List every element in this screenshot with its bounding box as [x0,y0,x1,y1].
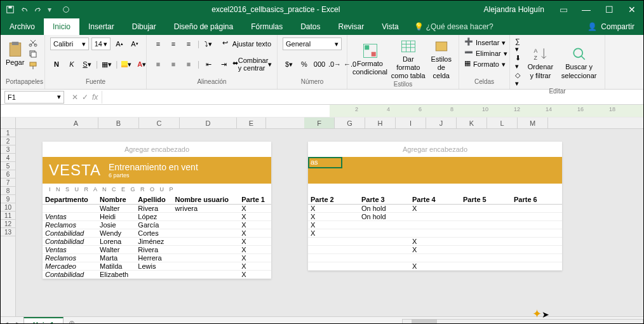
redo-icon[interactable] [34,5,43,14]
select-all-corner[interactable] [1,118,16,128]
selected-cell[interactable]: as [308,157,342,168]
col-A[interactable]: A [54,118,98,128]
sheet-nav-prev[interactable]: ◂ [1,319,12,325]
tab-home[interactable]: Inicio [44,18,79,35]
percent-icon[interactable]: % [298,58,311,71]
number-format-combo[interactable]: General▾ [283,37,342,50]
sheet-nav-next[interactable]: ▸ [12,319,23,325]
wrap-text-button[interactable]: ↩Ajustar texto [222,37,272,50]
col-H[interactable]: H [365,118,396,128]
bold-button[interactable]: N [50,58,63,71]
align-middle-icon[interactable]: ≡ [167,37,180,50]
data-table-left[interactable]: DepartmentoNombreApellidoNombre usuarioP… [43,195,271,279]
orientation-icon[interactable]: ⤵▾ [202,37,215,50]
row-9[interactable]: 9 [1,195,15,203]
indent-increase-icon[interactable]: ⇥ [217,58,230,71]
col-D[interactable]: D [180,118,237,128]
delete-cells-button[interactable]: ➖Eliminar▾ [464,48,504,58]
cancel-formula-icon[interactable]: ✕ [72,93,78,102]
fill-button[interactable]: ⬇ ▾ [515,54,523,71]
tab-insert[interactable]: Insertar [79,18,123,35]
enter-formula-icon[interactable]: ✓ [82,93,88,102]
fill-color-button[interactable]: ▾ [120,58,133,71]
find-select-button[interactable]: Buscar y seleccionar [558,45,600,79]
row-13[interactable]: 13 [1,228,15,236]
row-11[interactable]: 11 [1,212,15,220]
row-2[interactable]: 2 [1,137,15,145]
col-M[interactable]: M [518,118,548,128]
col-B[interactable]: B [98,118,139,128]
cut-icon[interactable] [28,37,38,48]
row-5[interactable]: 5 [1,162,15,170]
name-box[interactable]: F1▾ [4,91,64,104]
tab-view[interactable]: Vista [373,18,407,35]
page-header-right[interactable]: Agregar encabezado [308,142,562,157]
minimize-button[interactable]: — [575,1,598,18]
align-top-icon[interactable]: ≡ [152,37,164,50]
maximize-button[interactable]: ☐ [598,1,621,18]
fx-icon[interactable]: fx [92,93,98,102]
row-7[interactable]: 7 [1,179,15,187]
touch-icon[interactable] [62,5,70,14]
format-painter-icon[interactable] [28,60,38,71]
comma-icon[interactable]: 000 [313,58,326,71]
data-table-right[interactable]: Parte 2Parte 3Parte 4Parte 5Parte 6XOn h… [308,195,562,271]
tellme-search[interactable]: 💡¿Qué desea hacer? [414,22,493,31]
align-left-icon[interactable]: ≡ [152,58,164,71]
col-I[interactable]: I [396,118,426,128]
col-J[interactable]: J [426,118,457,128]
align-center-icon[interactable]: ≡ [167,58,180,71]
row-8[interactable]: 8 [1,187,15,195]
format-table-button[interactable]: Dar formato como tabla [390,37,426,81]
paste-button[interactable]: Pegar [6,41,24,67]
tab-layout[interactable]: Diseño de página [165,18,242,35]
tab-draw[interactable]: Dibujar [123,18,165,35]
row-6[interactable]: 6 [1,170,15,179]
user-name[interactable]: Alejandra Holguín [476,5,552,14]
conditional-format-button[interactable]: Formato condicional [352,42,387,76]
col-E[interactable]: E [237,118,266,128]
row-1[interactable]: 1 [1,129,15,137]
shrink-font-icon[interactable]: A▾ [128,37,141,50]
row-4[interactable]: 4 [1,154,15,162]
sort-filter-button[interactable]: AZOrdenar y filtrar [525,45,556,79]
insert-cells-button[interactable]: ➕Insertar▾ [464,37,504,48]
col-K[interactable]: K [457,118,487,128]
col-L[interactable]: L [487,118,518,128]
tab-formulas[interactable]: Fórmulas [242,18,292,35]
increase-decimal-icon[interactable]: .0→ [328,58,341,71]
undo-icon[interactable] [20,5,29,14]
copy-icon[interactable] [28,49,38,59]
cell-styles-button[interactable]: Estilos de celda [429,37,454,81]
close-button[interactable]: ✕ [621,1,643,18]
ribbon-options-icon[interactable]: ▭ [552,1,575,18]
border-button[interactable]: ▦▾ [100,58,113,71]
col-F[interactable]: F [304,118,335,128]
tab-file[interactable]: Archivo [1,18,44,35]
clear-button[interactable]: ◇ ▾ [515,71,523,88]
row-12[interactable]: 12 [1,220,15,228]
col-C[interactable]: C [139,118,180,128]
formula-bar[interactable] [102,91,643,104]
row-3[interactable]: 3 [1,145,15,154]
grow-font-icon[interactable]: A▴ [113,37,126,50]
row-10[interactable]: 10 [1,203,15,212]
tab-data[interactable]: Datos [292,18,329,35]
underline-button[interactable]: S▾ [81,58,93,71]
horizontal-scrollbar[interactable] [402,319,643,325]
align-right-icon[interactable]: ≡ [182,58,195,71]
format-cells-button[interactable]: ▦Formato▾ [464,59,504,69]
font-name-combo[interactable]: Calibri▾ [50,37,89,50]
italic-button[interactable]: K [65,58,78,71]
font-size-combo[interactable]: 14▾ [91,37,111,50]
currency-icon[interactable]: $▾ [283,58,295,71]
autosum-button[interactable]: ∑ ▾ [515,37,523,53]
align-bottom-icon[interactable]: ≡ [182,37,195,50]
qat-more-icon[interactable]: ▾ [48,5,57,14]
save-icon[interactable] [6,5,15,14]
indent-decrease-icon[interactable]: ⇤ [202,58,215,71]
page-header-left[interactable]: Agregar encabezado [43,142,271,157]
add-sheet-button[interactable]: ⊕ [64,319,80,325]
col-G[interactable]: G [335,118,365,128]
tab-review[interactable]: Revisar [330,18,373,35]
